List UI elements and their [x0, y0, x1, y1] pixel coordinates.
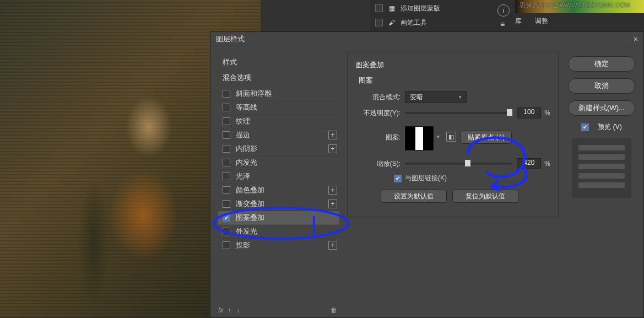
opacity-input[interactable]: 100 — [517, 107, 541, 118]
style-label: 等高线 — [236, 103, 257, 112]
style-row-10[interactable]: 外发光 — [218, 225, 339, 239]
link-with-layer-checkbox[interactable] — [394, 175, 402, 182]
add-effect-icon[interactable]: + — [328, 144, 337, 153]
preview-label: 预览 (V) — [598, 122, 621, 132]
arrow-down-icon[interactable]: ↓ — [236, 306, 240, 314]
add-effect-icon[interactable]: + — [328, 131, 337, 139]
tab-library[interactable]: 库 — [515, 17, 522, 26]
scale-slider[interactable] — [405, 163, 512, 165]
style-label: 纹理 — [236, 116, 250, 126]
style-label: 外发光 — [236, 227, 257, 236]
snap-origin-icon[interactable]: ◧ — [446, 132, 456, 142]
layer-style-dialog: 图层样式 × 样式 混合选项 斜面和浮雕等高线纹理描边+内阴影+内发光光泽颜色叠… — [210, 31, 644, 318]
add-effect-icon[interactable]: + — [328, 241, 337, 250]
style-checkbox[interactable] — [223, 228, 230, 235]
tab-adjust[interactable]: 调整 — [535, 17, 548, 26]
style-row-11[interactable]: 投影+ — [218, 239, 339, 252]
styles-column: 样式 混合选项 斜面和浮雕等高线纹理描边+内阴影+内发光光泽颜色叠加+渐变叠加+… — [218, 54, 339, 252]
opacity-label: 不透明度(Y): — [355, 109, 405, 118]
pattern-overlay-panel: 图案叠加 图案 混合模式: 变暗 ▾ 不透明度(Y): 100 % 图案: — [347, 52, 559, 217]
action-row-brush[interactable]: 🖌 画笔工具 — [375, 15, 485, 30]
photo-content — [50, 33, 215, 309]
slider-thumb[interactable] — [465, 160, 470, 166]
reset-default-button[interactable]: 复位为默认值 — [452, 190, 518, 203]
snap-origin-button[interactable]: 贴紧原点 (A) — [461, 131, 512, 144]
style-checkbox[interactable] — [223, 104, 230, 111]
style-label: 投影 — [236, 240, 250, 250]
add-effect-icon[interactable]: + — [328, 200, 337, 208]
preview-line — [578, 173, 625, 179]
opacity-unit: % — [544, 109, 550, 117]
scale-input[interactable]: 420 — [517, 158, 541, 169]
styles-header[interactable]: 样式 — [223, 57, 339, 67]
action-row-mask[interactable]: ▦ 添加图层蒙版 — [375, 1, 485, 15]
style-row-7[interactable]: 颜色叠加+ — [218, 184, 339, 197]
panel-title: 图案叠加 — [355, 60, 550, 70]
style-row-0[interactable]: 斜面和浮雕 — [218, 87, 339, 101]
cancel-button[interactable]: 取消 — [568, 78, 635, 94]
style-label: 描边 — [236, 130, 250, 140]
preview-line — [578, 182, 625, 188]
style-checkbox[interactable] — [223, 214, 230, 222]
style-checkbox[interactable] — [223, 145, 230, 153]
style-checkbox[interactable] — [223, 131, 230, 139]
arrow-up-icon[interactable]: ↑ — [228, 306, 231, 314]
style-row-4[interactable]: 内阴影+ — [218, 142, 339, 156]
top-right-panel: ▦ 添加图层蒙版 🖌 画笔工具 i 思缘设计论坛 WWW.MISSYUAN.CO… — [371, 0, 644, 31]
close-icon[interactable]: × — [634, 35, 638, 44]
dialog-titlebar: 图层样式 × — [210, 32, 643, 46]
dialog-right-column: 确定 取消 新建样式(W)... 预览 (V) — [566, 56, 637, 198]
action-checkbox[interactable] — [375, 19, 383, 26]
style-row-8[interactable]: 渐变叠加+ — [218, 197, 339, 211]
blending-options[interactable]: 混合选项 — [223, 73, 339, 83]
new-style-button[interactable]: 新建样式(W)... — [568, 100, 635, 116]
chevron-down-icon: ▾ — [459, 94, 462, 100]
style-row-1[interactable]: 等高线 — [218, 101, 339, 115]
style-row-3[interactable]: 描边+ — [218, 128, 339, 142]
style-checkbox[interactable] — [223, 186, 230, 194]
preview-line — [578, 154, 625, 160]
style-label: 内阴影 — [236, 144, 257, 154]
style-checkbox[interactable] — [223, 117, 230, 125]
style-checkbox[interactable] — [223, 173, 230, 180]
slider-thumb[interactable] — [507, 109, 512, 116]
style-label: 光泽 — [236, 171, 250, 181]
pattern-swatch[interactable] — [405, 126, 434, 150]
style-checkbox[interactable] — [223, 90, 230, 98]
preview-checkbox[interactable] — [581, 123, 589, 131]
blend-mode-dropdown[interactable]: 变暗 ▾ — [405, 91, 467, 103]
preview-row[interactable]: 预览 (V) — [581, 122, 621, 132]
link-with-layer-label: 与图层链接(K) — [405, 174, 447, 183]
mask-icon: ▦ — [387, 4, 396, 13]
chevron-down-icon[interactable]: ▾ — [437, 134, 440, 139]
opacity-slider[interactable] — [405, 112, 512, 114]
style-checkbox[interactable] — [223, 159, 230, 166]
style-checkbox[interactable] — [223, 241, 230, 249]
action-label: 画笔工具 — [401, 18, 427, 28]
add-effect-icon[interactable]: + — [328, 186, 337, 195]
trash-icon[interactable]: 🗑 — [331, 306, 337, 314]
scale-unit: % — [544, 160, 550, 168]
style-label: 图案叠加 — [236, 213, 264, 223]
style-row-2[interactable]: 纹理 — [218, 115, 339, 128]
info-icon[interactable]: i — [497, 4, 510, 17]
fx-icon[interactable]: fx — [218, 306, 223, 314]
style-row-5[interactable]: 内发光 — [218, 156, 339, 170]
dock-icon[interactable]: ≡ — [500, 20, 505, 29]
preview-line — [578, 145, 625, 150]
action-checkbox[interactable] — [375, 4, 383, 12]
preview-line — [578, 164, 625, 169]
action-label: 添加图层蒙版 — [401, 4, 440, 13]
style-label: 内发光 — [236, 158, 257, 168]
scale-label: 缩放(S): — [355, 159, 405, 169]
pattern-label: 图案: — [355, 126, 405, 142]
preview-box — [572, 138, 631, 198]
blend-mode-label: 混合模式: — [355, 93, 405, 102]
ok-button[interactable]: 确定 — [568, 56, 635, 72]
link-with-layer-row[interactable]: 与图层链接(K) — [394, 174, 550, 183]
dialog-footer: fx ↑ ↓ 🗑 — [218, 303, 339, 317]
set-default-button[interactable]: 设置为默认值 — [381, 190, 447, 203]
style-row-9[interactable]: 图案叠加 — [218, 211, 339, 225]
style-checkbox[interactable] — [223, 200, 230, 208]
style-row-6[interactable]: 光泽 — [218, 170, 339, 184]
